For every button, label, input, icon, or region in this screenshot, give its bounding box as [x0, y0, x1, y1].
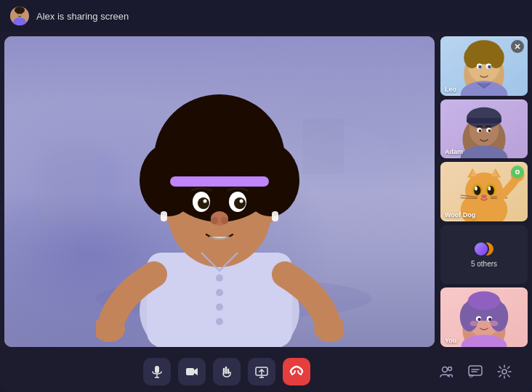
svg-point-29: [240, 200, 243, 203]
main-content: Leo: [0, 32, 532, 351]
svg-point-79: [481, 195, 486, 199]
right-controls: [436, 362, 515, 382]
participant-tile-you: You: [440, 287, 528, 347]
svg-point-97: [488, 318, 492, 322]
svg-point-96: [477, 318, 481, 322]
others-label: 5 others: [471, 260, 497, 268]
svg-point-93: [468, 292, 500, 311]
svg-point-86: [517, 171, 519, 173]
svg-point-39: [216, 303, 223, 311]
svg-point-50: [488, 65, 491, 69]
svg-point-58: [467, 107, 501, 128]
svg-rect-23: [170, 176, 269, 187]
svg-rect-33: [161, 211, 167, 221]
svg-point-38: [216, 289, 223, 296]
participant-name-leo: Leo: [445, 86, 456, 93]
svg-point-111: [448, 367, 452, 371]
svg-point-115: [502, 369, 507, 374]
chat-button[interactable]: [465, 362, 485, 382]
svg-rect-34: [272, 211, 278, 221]
mute-badge-leo: [511, 40, 524, 53]
svg-point-62: [479, 129, 482, 132]
svg-point-37: [216, 274, 223, 282]
app-container: Alex is sharing screen: [0, 0, 532, 392]
svg-point-77: [475, 187, 477, 191]
participant-name-adam: Adam: [445, 148, 463, 155]
svg-point-100: [490, 321, 498, 326]
side-panel: Leo: [438, 32, 532, 351]
screen-share-button[interactable]: [248, 358, 275, 385]
participant-tile-woof: Woof Dog: [440, 162, 528, 221]
participants-button[interactable]: [436, 362, 456, 382]
svg-point-68: [465, 173, 503, 211]
participant-name-woof: Woof Dog: [445, 211, 475, 219]
end-call-button[interactable]: [283, 358, 310, 385]
svg-rect-105: [186, 368, 194, 375]
svg-point-28: [203, 200, 207, 203]
others-avatars: [473, 241, 495, 257]
raise-hand-button[interactable]: [213, 358, 241, 385]
participant-tile-others: 5 others: [440, 225, 528, 285]
svg-point-5: [15, 7, 25, 14]
control-buttons: [17, 358, 436, 385]
main-video: [4, 36, 435, 347]
participant-tile-leo: Leo: [440, 36, 528, 96]
avatar: [10, 7, 29, 25]
video-button[interactable]: [178, 358, 206, 385]
svg-point-78: [488, 187, 491, 191]
svg-point-27: [234, 197, 246, 209]
svg-rect-112: [469, 366, 482, 375]
svg-point-49: [478, 65, 482, 69]
sharing-text: Alex is sharing screen: [36, 11, 129, 22]
svg-rect-59: [467, 118, 501, 123]
svg-rect-102: [155, 366, 159, 373]
svg-point-26: [198, 197, 209, 209]
svg-point-40: [216, 318, 223, 325]
svg-point-110: [443, 367, 448, 372]
svg-point-22: [169, 107, 270, 158]
svg-point-99: [470, 321, 478, 326]
mini-avatar-1: [473, 241, 489, 257]
top-bar: Alex is sharing screen: [0, 0, 532, 32]
participant-tile-adam: Adam: [440, 99, 528, 159]
bottom-bar: [0, 351, 532, 392]
settings-button[interactable]: [494, 362, 515, 382]
mic-button[interactable]: [143, 358, 171, 385]
svg-point-63: [488, 129, 491, 132]
participant-name-you: You: [445, 337, 456, 344]
svg-point-32: [221, 217, 228, 224]
svg-point-31: [211, 217, 218, 224]
